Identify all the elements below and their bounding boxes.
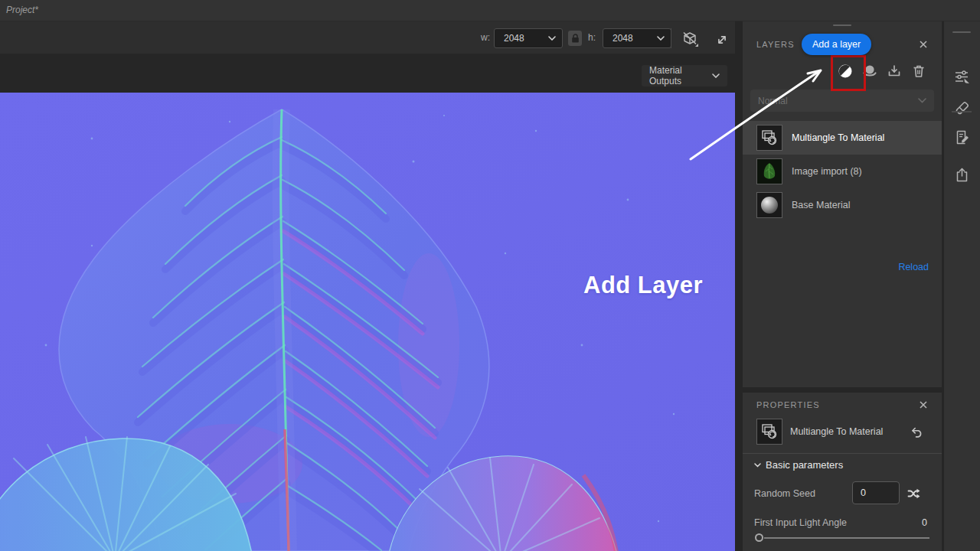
cube-disabled-icon [681, 29, 699, 47]
light-angle-label: First Input Light Angle [754, 517, 847, 528]
layers-close-button[interactable] [917, 38, 929, 51]
properties-divider [743, 453, 942, 454]
add-fill-layer-button[interactable] [836, 60, 854, 82]
share-icon [953, 166, 971, 184]
layer-row-multiangle[interactable]: Multiangle To Material [743, 121, 942, 155]
light-angle-value: 0 [922, 517, 927, 528]
chevron-down-icon [548, 36, 556, 41]
slider-track[interactable] [764, 537, 929, 539]
toolbar-divider [671, 28, 671, 48]
material-outputs-label: Material Outputs [649, 65, 712, 86]
light-angle-slider[interactable] [755, 533, 929, 543]
layer-name: Base Material [792, 200, 850, 210]
view-toolbar: Material Outputs [0, 54, 735, 93]
chevron-down-icon [712, 73, 720, 78]
properties-item-name: Multiangle To Material [790, 426, 883, 437]
blend-mode-value: Normal [758, 96, 788, 106]
height-label: h: [588, 32, 596, 43]
section-title: Basic parameters [766, 459, 843, 471]
right-panel: LAYERS Add a layer [743, 21, 942, 551]
chevron-down-icon [918, 98, 926, 103]
canvas-viewport[interactable]: Add Layer [0, 93, 735, 551]
layer-list: Multiangle To Material Image import (8) [743, 121, 942, 222]
close-icon [919, 400, 928, 409]
sliders-pin-icon [953, 68, 971, 86]
rail-divider [952, 111, 972, 112]
app-window: Project* w: 2048 h: 2048 [0, 0, 980, 551]
share-export-button[interactable] [952, 165, 972, 184]
multiangle-layer-thumbnail [756, 125, 782, 151]
filters-panel-button[interactable] [952, 67, 972, 86]
close-icon [919, 40, 928, 49]
add-layer-annotation: Add Layer [583, 272, 703, 299]
shuffle-icon [906, 484, 923, 501]
chevron-down-icon [657, 36, 665, 41]
slider-handle[interactable] [755, 533, 763, 542]
right-toolbar-rail [944, 21, 980, 551]
properties-close-button[interactable] [917, 399, 929, 411]
import-resource-button[interactable] [885, 60, 903, 82]
lock-ratio-button[interactable] [568, 31, 582, 46]
add-layer-button[interactable]: Add a layer [802, 34, 871, 55]
eraser-tool-button[interactable] [952, 99, 972, 118]
base-material-thumbnail [756, 192, 782, 218]
reset-properties-button[interactable] [908, 424, 925, 441]
material-sphere-icon [861, 63, 878, 80]
material-outputs-select[interactable]: Material Outputs [642, 65, 727, 86]
height-select[interactable]: 2048 [603, 28, 671, 48]
reload-link[interactable]: Reload [898, 262, 929, 272]
properties-item-thumbnail [756, 419, 782, 445]
randomize-seed-button[interactable] [905, 484, 923, 502]
properties-panel-title: PROPERTIES [756, 400, 820, 409]
panel-divider [743, 387, 942, 393]
delete-layer-button[interactable] [910, 60, 928, 82]
title-bar: Project* [0, 0, 980, 21]
blend-mode-select[interactable]: Normal [750, 90, 934, 112]
layer-name: Multiangle To Material [792, 132, 884, 143]
width-label: w: [481, 32, 490, 43]
rail-drag-handle[interactable] [952, 31, 971, 33]
eraser-icon [953, 99, 971, 117]
random-seed-label: Random Seed [754, 488, 815, 499]
expand-view-button[interactable] [712, 30, 732, 50]
layer-name: Image import (8) [792, 166, 862, 177]
height-value: 2048 [612, 33, 633, 44]
add-material-layer-button[interactable] [861, 60, 879, 82]
width-value: 2048 [504, 33, 524, 44]
chevron-expanded-icon [754, 463, 761, 468]
notes-panel-button[interactable] [952, 128, 972, 147]
toggle-3d-view-button[interactable] [680, 28, 700, 48]
document-edit-icon [953, 129, 971, 146]
size-toolbar: w: 2048 h: 2048 [0, 21, 735, 54]
fullscreen-icon [714, 32, 730, 47]
project-title: Project* [6, 5, 38, 15]
random-seed-input[interactable] [852, 481, 900, 504]
undo-icon [909, 425, 924, 440]
fill-circle-icon [837, 63, 854, 80]
layer-toolbar [836, 60, 928, 82]
import-icon [886, 63, 903, 80]
basic-parameters-header[interactable]: Basic parameters [754, 459, 843, 471]
panel-drag-handle[interactable] [833, 24, 851, 26]
layer-row-base-material[interactable]: Base Material [743, 188, 942, 222]
layers-panel-title: LAYERS [756, 40, 795, 49]
lock-icon [571, 34, 580, 44]
leaf-normal-map [0, 93, 735, 551]
layer-row-image-import[interactable]: Image import (8) [743, 155, 942, 188]
trash-icon [910, 63, 927, 80]
width-select[interactable]: 2048 [494, 28, 563, 48]
image-import-thumbnail [756, 158, 782, 184]
